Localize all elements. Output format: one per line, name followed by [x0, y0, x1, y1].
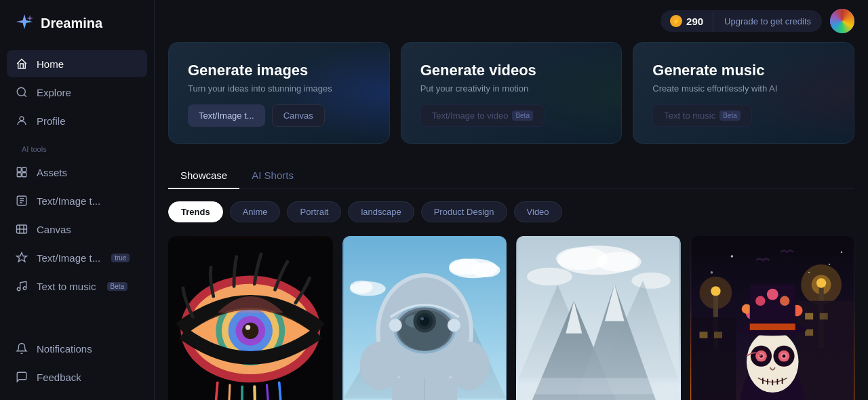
music-icon — [15, 279, 28, 293]
svg-point-96 — [730, 255, 733, 258]
svg-rect-92 — [749, 323, 795, 330]
svg-point-50 — [527, 268, 572, 285]
sidebar-item-textimage-beta[interactable]: Text/Image t... true — [7, 244, 147, 271]
avatar[interactable] — [830, 9, 854, 33]
grid-item-robot[interactable] — [342, 236, 507, 400]
filter-trends[interactable]: Trends — [168, 201, 223, 222]
textimage-btn[interactable]: Text/Image t... — [188, 104, 265, 127]
hero-title-videos: Generate videos — [420, 62, 603, 79]
hero-btns-images: Text/Image t... Canvas — [188, 104, 370, 127]
hero-subtitle-music: Create music effortlessly with AI — [652, 83, 835, 94]
grid-item-halloween[interactable] — [690, 236, 855, 400]
content-area: Generate images Turn your ideas into stu… — [155, 42, 868, 400]
sidebar-item-feedback[interactable]: Feedback — [7, 363, 147, 391]
sidebar-label-assets: Assets — [37, 167, 67, 178]
logo-text: Dreamina — [41, 16, 102, 31]
tab-ai-shorts[interactable]: AI Shorts — [239, 163, 306, 189]
filter-portrait[interactable]: Portrait — [287, 201, 341, 222]
sidebar-item-notifications[interactable]: Notifications — [7, 335, 147, 362]
sidebar-label-explore: Explore — [37, 87, 71, 98]
sidebar-bottom: Notifications Feedback — [0, 331, 154, 400]
svg-rect-2 — [17, 167, 21, 172]
sidebar: Dreamina Home Explore Profile AI tools — [0, 0, 155, 400]
filter-row: Trends Anime Portrait landscape Product … — [168, 201, 854, 222]
svg-point-97 — [828, 264, 829, 265]
topbar: ⚡ 290 Upgrade to get credits — [155, 0, 868, 42]
hero-card-music[interactable]: Generate music Create music effortlessly… — [633, 42, 854, 144]
text-to-video-btn[interactable]: Text/Image to video Beta — [420, 104, 545, 127]
filter-anime[interactable]: Anime — [230, 201, 281, 222]
svg-rect-70 — [819, 313, 827, 320]
canvas-icon — [15, 222, 28, 236]
main-nav: Home Explore Profile AI tools Assets — [0, 46, 154, 331]
sidebar-item-canvas[interactable]: Canvas — [7, 216, 147, 243]
filter-trends-label: Trends — [181, 207, 210, 217]
sidebar-item-music[interactable]: Text to music Beta — [7, 273, 147, 300]
svg-point-8 — [17, 287, 20, 291]
feedback-icon — [15, 370, 28, 384]
mountain-artwork-svg — [516, 236, 681, 400]
upgrade-text: Upgrade to get credits — [713, 12, 822, 31]
logo-icon — [14, 12, 35, 34]
sidebar-item-home[interactable]: Home — [7, 50, 147, 77]
svg-rect-72 — [691, 317, 736, 400]
music-beta-tag: Beta — [719, 111, 741, 121]
beta-badge-textimage: true — [111, 254, 130, 262]
hero-cards: Generate images Turn your ideas into stu… — [168, 42, 854, 144]
sidebar-item-textimage[interactable]: Text/Image t... — [7, 187, 147, 214]
sidebar-item-explore[interactable]: Explore — [7, 79, 147, 106]
grid-item-mountain[interactable] — [516, 236, 681, 400]
sidebar-label-feedback: Feedback — [37, 372, 81, 383]
text-to-music-btn[interactable]: Text to music Beta — [652, 104, 751, 127]
svg-point-93 — [755, 296, 765, 306]
svg-point-0 — [17, 87, 25, 96]
video-beta-tag: Beta — [512, 111, 533, 121]
svg-point-67 — [711, 286, 720, 296]
bell-icon — [15, 342, 28, 355]
svg-rect-5 — [22, 173, 26, 177]
tabs-row: Showcase AI Shorts — [168, 163, 854, 189]
filter-video-label: Video — [527, 207, 549, 217]
filter-product-design-label: Product Design — [434, 207, 494, 217]
sidebar-item-profile[interactable]: Profile — [7, 107, 147, 134]
eye-artwork-svg — [168, 236, 333, 400]
sidebar-label-home: Home — [37, 58, 64, 70]
main-content: ⚡ 290 Upgrade to get credits Generate im… — [155, 0, 868, 400]
svg-point-98 — [710, 271, 713, 274]
hero-card-images[interactable]: Generate images Turn your ideas into stu… — [168, 42, 390, 144]
svg-point-64 — [816, 278, 825, 287]
hero-subtitle-videos: Put your creativity in motion — [420, 83, 603, 94]
filter-landscape[interactable]: landscape — [348, 201, 414, 222]
hero-btns-videos: Text/Image to video Beta — [420, 104, 603, 127]
svg-rect-3 — [22, 167, 26, 172]
sidebar-label-profile: Profile — [37, 115, 66, 127]
hero-card-videos[interactable]: Generate videos Put your creativity in m… — [401, 42, 623, 144]
sidebar-label-canvas: Canvas — [37, 224, 71, 235]
svg-point-94 — [766, 289, 778, 300]
filter-product-design[interactable]: Product Design — [421, 201, 507, 222]
svg-point-26 — [471, 263, 500, 278]
svg-rect-4 — [17, 173, 21, 177]
grid-item-eye[interactable]: dIRa 1 2 — [168, 236, 333, 400]
sidebar-label-textimage-beta: Text/Image t... — [37, 252, 100, 264]
sidebar-item-assets[interactable]: Assets — [7, 159, 147, 186]
filter-video[interactable]: Video — [514, 201, 562, 222]
textimage-icon — [15, 194, 28, 207]
hero-title-images: Generate images — [188, 62, 370, 79]
hero-subtitle-images: Turn your ideas into stunning images — [188, 83, 370, 94]
svg-point-51 — [631, 273, 670, 289]
hero-title-music: Generate music — [652, 62, 835, 79]
svg-point-99 — [840, 252, 842, 253]
beta-badge-music: Beta — [107, 282, 128, 291]
filter-landscape-label: landscape — [361, 207, 401, 217]
assets-icon — [15, 165, 28, 179]
logo[interactable]: Dreamina — [0, 0, 154, 46]
tab-showcase[interactable]: Showcase — [168, 163, 239, 189]
hero-btns-music: Text to music Beta — [652, 104, 835, 127]
svg-point-89 — [782, 355, 785, 358]
eye-art-container — [168, 236, 333, 400]
credits-button[interactable]: ⚡ 290 Upgrade to get credits — [660, 10, 822, 32]
canvas-btn[interactable]: Canvas — [272, 104, 325, 127]
filter-portrait-label: Portrait — [300, 207, 328, 217]
svg-rect-59 — [517, 378, 679, 395]
